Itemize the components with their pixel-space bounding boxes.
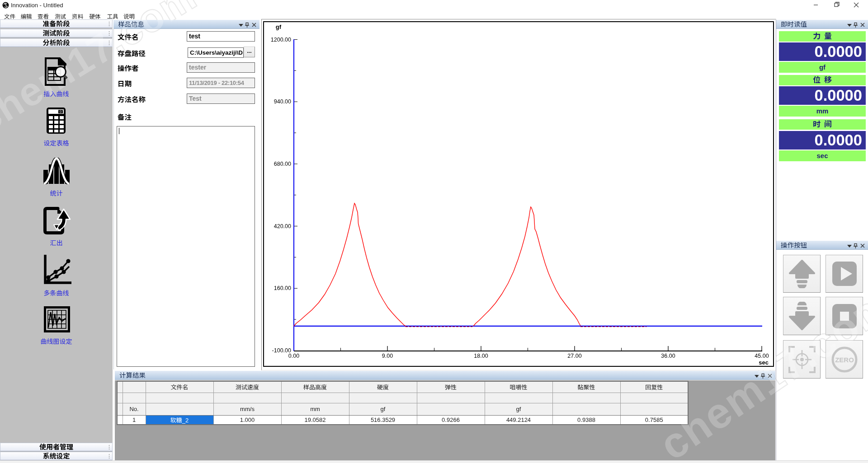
svg-text:sec: sec (759, 359, 769, 366)
svg-text:ZERO: ZERO (835, 356, 854, 364)
svg-text:940.00: 940.00 (274, 98, 291, 105)
svg-text:1200.00: 1200.00 (271, 37, 291, 43)
svg-text:160.00: 160.00 (274, 285, 291, 291)
svg-text:420.00: 420.00 (274, 223, 291, 229)
svg-text:0.00: 0.00 (288, 353, 299, 359)
svg-text:45.00: 45.00 (755, 353, 769, 359)
svg-text:0: 0 (60, 110, 62, 114)
svg-text:680.00: 680.00 (274, 161, 291, 167)
svg-text:9.00: 9.00 (382, 353, 393, 359)
svg-text:27.00: 27.00 (567, 353, 581, 359)
svg-text:18.00: 18.00 (474, 353, 488, 359)
svg-text:gf: gf (276, 23, 282, 30)
svg-text:36.00: 36.00 (661, 353, 675, 359)
